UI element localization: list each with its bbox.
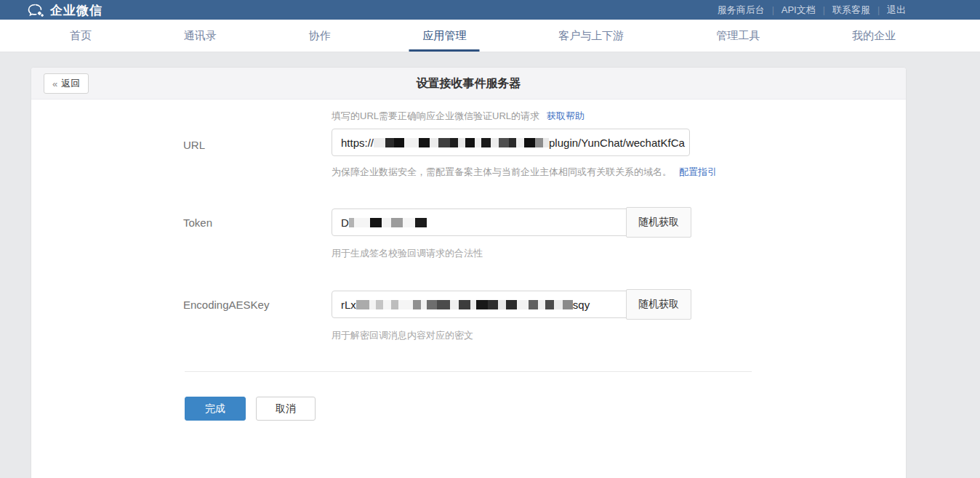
url-input[interactable]: https://plugin/YunChat/wechatKfCa	[332, 129, 690, 156]
url-field-group: 填写的URL需要正确响应企业微信验证URL的请求获取帮助 https://plu…	[332, 109, 717, 179]
aeskey-value-prefix: rLx	[341, 299, 356, 311]
topbar-link-api-docs[interactable]: API文档	[782, 4, 816, 17]
topbar-link-provider-console[interactable]: 服务商后台	[718, 4, 765, 17]
url-note-text: 为保障企业数据安全，需配置备案主体与当前企业主体相同或有关联关系的域名。	[332, 166, 672, 177]
url-help-text: 填写的URL需要正确响应企业微信验证URL的请求	[332, 110, 539, 121]
topbar: 企业微信 服务商后台 | API文档 | 联系客服 | 退出	[0, 0, 980, 20]
aeskey-value-suffix: sqy	[573, 299, 590, 311]
aeskey-random-button[interactable]: 随机获取	[626, 289, 691, 320]
aeskey-help: 用于解密回调消息内容对应的密文	[332, 328, 691, 342]
action-buttons: 完成 取消	[185, 397, 906, 421]
token-input-group: D 随机获取	[332, 208, 691, 238]
topbar-links: 服务商后台 | API文档 | 联系客服 | 退出	[718, 4, 906, 17]
separator: |	[772, 5, 774, 15]
topbar-link-logout[interactable]: 退出	[887, 4, 906, 17]
nav-tab-collaboration[interactable]: 协作	[305, 20, 335, 52]
token-row: Token D 随机获取 用于生成签名校验回调请求的合法性	[183, 208, 906, 260]
url-value-prefix: https://	[341, 137, 374, 149]
divider	[185, 371, 752, 372]
url-help-top: 填写的URL需要正确响应企业微信验证URL的请求获取帮助	[332, 109, 717, 123]
brand-name: 企业微信	[50, 1, 103, 20]
token-field-group: D 随机获取 用于生成签名校验回调请求的合法性	[332, 208, 691, 260]
separator: |	[823, 5, 825, 15]
back-button-label: 返回	[61, 77, 80, 90]
get-help-link[interactable]: 获取帮助	[547, 110, 585, 121]
token-random-button[interactable]: 随机获取	[626, 207, 691, 238]
back-button[interactable]: « 返回	[44, 73, 89, 94]
wework-bubble-icon	[28, 4, 45, 20]
nav-tab-home[interactable]: 首页	[65, 20, 96, 52]
settings-panel: « 返回 设置接收事件服务器 URL 填写的URL需要正确响应企业微信验证URL…	[31, 68, 906, 478]
main-nav: 首页 通讯录 协作 应用管理 客户与上下游 管理工具 我的企业	[0, 20, 980, 52]
nav-tab-contacts[interactable]: 通讯录	[180, 20, 221, 52]
url-value-suffix: plugin/YunChat/wechatKfCa	[549, 137, 685, 149]
nav-tab-customers[interactable]: 客户与上下游	[554, 20, 628, 52]
aeskey-input[interactable]: rLxsqy	[332, 291, 627, 318]
page-title: 设置接收事件服务器	[31, 68, 906, 100]
url-label: URL	[183, 109, 332, 179]
panel-header: « 返回 设置接收事件服务器	[31, 68, 906, 100]
aeskey-field-group: rLxsqy 随机获取 用于解密回调消息内容对应的密文	[332, 291, 691, 342]
url-row: URL 填写的URL需要正确响应企业微信验证URL的请求获取帮助 https:/…	[183, 109, 906, 179]
submit-button[interactable]: 完成	[185, 397, 246, 421]
brand-logo[interactable]: 企业微信	[28, 0, 103, 20]
url-note: 为保障企业数据安全，需配置备案主体与当前企业主体相同或有关联关系的域名。配置指引	[332, 165, 717, 179]
aeskey-row: EncodingAESKey rLxsqy 随机获取 用于解密回调消息内容对应的…	[183, 291, 906, 342]
url-redacted-value	[374, 137, 549, 149]
token-label: Token	[183, 208, 332, 260]
topbar-link-contact-support[interactable]: 联系客服	[832, 4, 870, 17]
config-guide-link[interactable]: 配置指引	[679, 166, 717, 177]
aeskey-label: EncodingAESKey	[183, 291, 332, 342]
aeskey-input-group: rLxsqy 随机获取	[332, 291, 691, 320]
token-value-prefix: D	[341, 216, 349, 229]
chevron-left-icon: «	[52, 78, 57, 89]
separator: |	[877, 5, 880, 15]
nav-tab-my-company[interactable]: 我的企业	[848, 20, 900, 52]
token-redacted-value	[349, 216, 427, 229]
token-help: 用于生成签名校验回调请求的合法性	[332, 246, 691, 260]
aeskey-redacted-value	[356, 299, 573, 311]
nav-tab-admin-tools[interactable]: 管理工具	[712, 20, 764, 52]
form: URL 填写的URL需要正确响应企业微信验证URL的请求获取帮助 https:/…	[31, 100, 906, 421]
nav-tab-app-management[interactable]: 应用管理	[418, 20, 470, 52]
token-input[interactable]: D	[332, 208, 627, 236]
cancel-button[interactable]: 取消	[256, 397, 316, 421]
